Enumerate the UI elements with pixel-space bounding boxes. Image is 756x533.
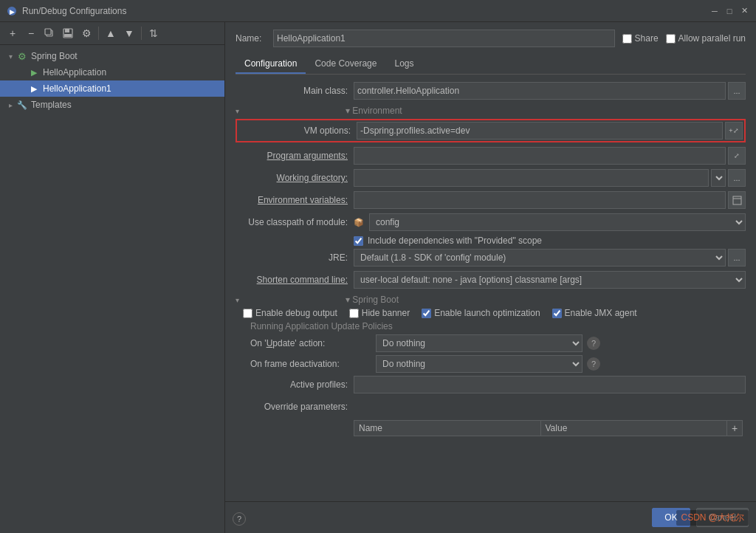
tab-code-coverage[interactable]: Code Coverage bbox=[306, 55, 385, 74]
table-add-btn[interactable]: + bbox=[727, 421, 742, 436]
working-dir-field-group: ... bbox=[354, 169, 746, 187]
module-icon: 📦 bbox=[354, 218, 364, 227]
enable-debug-label[interactable]: Enable debug output bbox=[243, 308, 337, 318]
enable-launch-label[interactable]: Enable launch optimization bbox=[422, 308, 540, 318]
right-panel: Name: Share Allow parallel run Configura… bbox=[225, 22, 756, 501]
working-dir-browse-btn[interactable]: ... bbox=[728, 169, 746, 187]
enable-debug-text: Enable debug output bbox=[255, 308, 337, 318]
active-profiles-input[interactable] bbox=[354, 376, 746, 393]
hide-banner-text: Hide banner bbox=[362, 308, 410, 318]
enable-jmx-label[interactable]: Enable JMX agent bbox=[552, 308, 637, 318]
enable-launch-checkbox[interactable] bbox=[422, 309, 431, 318]
shorten-cmd-label: Shorten command line: bbox=[236, 275, 354, 285]
program-args-row: Program arguments: ⤢ bbox=[236, 147, 746, 165]
enable-launch-text: Enable launch optimization bbox=[434, 308, 540, 318]
hide-banner-checkbox[interactable] bbox=[349, 309, 359, 318]
title-bar: ▶ Run/Debug Configurations ─ □ ✕ bbox=[0, 0, 756, 22]
main-container: + − ⚙ ▲ ▼ ⇅ bbox=[0, 22, 756, 533]
spring-boot-expand-icon: ▾ bbox=[236, 296, 239, 304]
hello-app1-label: HelloApplication1 bbox=[43, 83, 111, 94]
main-class-input[interactable] bbox=[354, 82, 726, 100]
vm-options-expand-btn[interactable]: +⤢ bbox=[725, 122, 743, 140]
name-field-label: Name: bbox=[236, 33, 269, 44]
watermark: CSDN @大托尔 bbox=[676, 510, 749, 526]
move-up-btn[interactable]: ▲ bbox=[103, 25, 119, 41]
templates-expand-icon: ▸ bbox=[6, 100, 15, 109]
app-icon: ▶ bbox=[6, 5, 18, 17]
name-input[interactable] bbox=[273, 30, 615, 47]
hello-app-run-icon: ▶ bbox=[28, 66, 40, 78]
header-controls: Share Allow parallel run bbox=[622, 33, 746, 44]
main-class-field-group: ... bbox=[354, 82, 746, 100]
svg-rect-6 bbox=[64, 34, 72, 37]
jre-browse-btn[interactable]: ... bbox=[728, 249, 746, 266]
templates-label: Templates bbox=[31, 100, 72, 110]
active-profiles-label: Active profiles: bbox=[236, 379, 354, 390]
active-profiles-row: Active profiles: bbox=[236, 376, 746, 393]
jre-row: JRE: Default (1.8 - SDK of 'config' modu… bbox=[236, 249, 746, 266]
classpath-select[interactable]: config bbox=[369, 213, 746, 231]
maximize-btn[interactable]: □ bbox=[724, 5, 735, 17]
include-deps-row: Include dependencies with "Provided" sco… bbox=[354, 235, 746, 246]
add-config-btn[interactable]: + bbox=[4, 25, 21, 41]
enable-jmx-checkbox[interactable] bbox=[552, 309, 562, 318]
spring-boot-folder-icon: ⚙ bbox=[16, 50, 28, 62]
remove-config-btn[interactable]: − bbox=[23, 25, 39, 41]
on-frame-select[interactable]: Do nothing bbox=[376, 355, 583, 373]
jre-select[interactable]: Default (1.8 - SDK of 'config' module) bbox=[354, 249, 726, 266]
vm-options-input[interactable] bbox=[357, 122, 723, 140]
tree-item-hello-app[interactable]: ▾ ▶ HelloApplication bbox=[0, 64, 224, 80]
allow-parallel-label[interactable]: Allow parallel run bbox=[666, 33, 746, 44]
tree-item-hello-app1[interactable]: ▾ ▶ HelloApplication1 bbox=[0, 80, 224, 97]
svg-rect-7 bbox=[733, 196, 741, 204]
program-args-input[interactable] bbox=[354, 147, 726, 165]
working-dir-dropdown[interactable] bbox=[711, 169, 726, 187]
minimize-btn[interactable]: ─ bbox=[709, 5, 721, 17]
save-config-btn[interactable] bbox=[60, 25, 76, 41]
right-container: Name: Share Allow parallel run Configura… bbox=[225, 22, 756, 533]
allow-parallel-checkbox[interactable] bbox=[666, 34, 676, 44]
configuration-content: Main class: ... ▾ ▾ Environment VM optio… bbox=[236, 82, 746, 494]
hello-app1-run-icon: ▶ bbox=[28, 83, 40, 94]
on-frame-help-icon[interactable]: ? bbox=[587, 357, 600, 371]
shorten-cmd-row: Shorten command line: user-local default… bbox=[236, 271, 746, 289]
enable-debug-checkbox[interactable] bbox=[243, 309, 252, 318]
working-dir-input[interactable] bbox=[354, 169, 709, 187]
override-params-label: Override parameters: bbox=[236, 402, 354, 412]
move-down-btn[interactable]: ▼ bbox=[121, 25, 137, 41]
templates-icon: 🔧 bbox=[16, 99, 28, 111]
tree-item-spring-boot[interactable]: ▾ ⚙ Spring Boot bbox=[0, 48, 224, 64]
table-value-header: Value bbox=[541, 421, 728, 436]
expand-spring-boot-icon: ▾ bbox=[6, 52, 15, 61]
tab-logs[interactable]: Logs bbox=[385, 55, 422, 74]
sort-btn[interactable]: ⇅ bbox=[145, 25, 162, 41]
env-vars-field-group bbox=[354, 191, 746, 209]
close-btn[interactable]: ✕ bbox=[738, 5, 750, 17]
tab-bar: Configuration Code Coverage Logs bbox=[236, 55, 746, 75]
include-deps-label: Include dependencies with "Provided" sco… bbox=[368, 235, 542, 246]
on-update-help-icon[interactable]: ? bbox=[587, 337, 600, 350]
env-vars-input[interactable] bbox=[354, 191, 726, 209]
table-header: Name Value + bbox=[354, 420, 743, 436]
main-class-browse-btn[interactable]: ... bbox=[728, 82, 746, 100]
env-vars-label: Environment variables: bbox=[236, 195, 354, 205]
env-expand-icon: ▾ bbox=[236, 107, 239, 115]
share-checkbox[interactable] bbox=[622, 34, 632, 44]
copy-config-btn[interactable] bbox=[41, 25, 58, 41]
spring-boot-section-header[interactable]: ▾ ▾ Spring Boot bbox=[236, 295, 746, 305]
tree-item-templates[interactable]: ▸ 🔧 Templates bbox=[0, 97, 224, 113]
environment-section-header[interactable]: ▾ ▾ Environment bbox=[236, 106, 746, 116]
tab-configuration[interactable]: Configuration bbox=[236, 55, 306, 74]
include-deps-checkbox[interactable] bbox=[354, 236, 363, 246]
classpath-row: Use classpath of module: 📦 config bbox=[236, 213, 746, 231]
env-vars-edit-btn[interactable] bbox=[728, 191, 746, 209]
settings-config-btn[interactable]: ⚙ bbox=[78, 25, 94, 41]
help-button[interactable]: ? bbox=[233, 512, 246, 526]
shorten-cmd-select[interactable]: user-local default: none - java [options… bbox=[354, 271, 746, 289]
program-args-expand-btn[interactable]: ⤢ bbox=[728, 147, 746, 165]
working-dir-row: Working directory: ... bbox=[236, 169, 746, 187]
share-checkbox-label[interactable]: Share bbox=[622, 33, 659, 44]
on-update-select[interactable]: Do nothing bbox=[376, 334, 583, 352]
jre-label: JRE: bbox=[236, 252, 354, 263]
hide-banner-label[interactable]: Hide banner bbox=[349, 308, 410, 318]
